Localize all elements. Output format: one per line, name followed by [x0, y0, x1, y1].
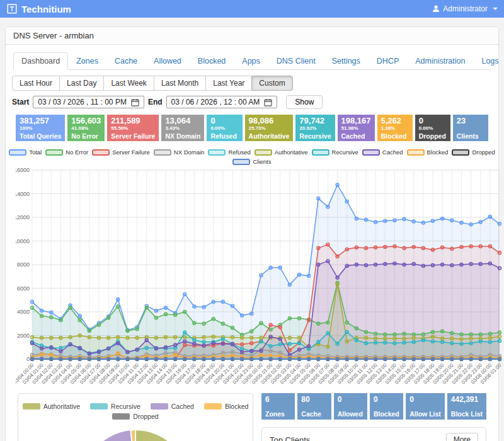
tab-dashboard[interactable]: Dashboard [13, 52, 68, 70]
stat-card-no-error: 156,60341.08%No Error [67, 115, 105, 141]
top-navbar: Technitium Administrator [0, 0, 504, 18]
range-button-last-week[interactable]: Last Week [103, 76, 154, 91]
stat-label: NX Domain [165, 133, 200, 140]
legend-item-blocked[interactable]: Blocked [407, 149, 449, 156]
legend-label: Total [29, 149, 42, 156]
tab-zones[interactable]: Zones [68, 52, 106, 70]
stat-card-nx-domain: 13,0643.43%NX Domain [161, 115, 204, 141]
legend-item-refused[interactable]: Refused [208, 149, 250, 156]
calendar-icon [131, 98, 139, 106]
server-stat-value: 6 [265, 396, 291, 403]
pie-legend-item-recursive[interactable]: Recursive [90, 403, 140, 410]
range-button-custom[interactable]: Custom [251, 76, 292, 91]
range-button-last-day[interactable]: Last Day [59, 76, 104, 91]
stat-label: Authoritative [249, 133, 290, 140]
stat-label: Clients [457, 133, 484, 140]
pie-legend-item-authoritative[interactable]: Authoritative [23, 403, 80, 410]
legend-item-nx-domain[interactable]: NX Domain [154, 149, 205, 156]
legend-item-cached[interactable]: Cached [362, 149, 403, 156]
show-button[interactable]: Show [286, 95, 323, 109]
svg-text:2000: 2000 [17, 333, 30, 339]
pie-slice-blocked [131, 430, 135, 441]
stat-label: Dropped [419, 133, 447, 140]
legend-item-dropped[interactable]: Dropped [452, 149, 495, 156]
legend-item-recursive[interactable]: Recursive [312, 149, 358, 156]
stat-value: 23 [457, 117, 484, 125]
user-icon [432, 5, 440, 13]
pie-legend-item-blocked[interactable]: Blocked [204, 403, 248, 410]
svg-text:6000: 6000 [17, 285, 30, 292]
stat-percent: 20.92% [299, 126, 331, 131]
stat-value: 156,603 [71, 117, 101, 125]
end-datetime-input[interactable]: 03 / 06 / 2026 , 12 : 00 AM [166, 96, 278, 108]
start-datetime-input[interactable]: 03 / 03 / 2026 , 11 : 00 PM [33, 96, 144, 108]
pie-chart-legend: AuthoritativeRecursiveCachedBlockedDropp… [18, 403, 253, 420]
pie-legend-label: Cached [171, 403, 194, 410]
legend-swatch [407, 149, 425, 156]
server-stat-label: Allowed [338, 411, 364, 418]
server-stat-card-zones: 6Zones [261, 393, 295, 420]
tab-cache[interactable]: Cache [106, 52, 146, 70]
stat-label: No Error [71, 133, 101, 140]
tab-apps[interactable]: Apps [234, 52, 268, 70]
stat-percent: 100% [20, 126, 61, 131]
tab-allowed[interactable]: Allowed [146, 52, 190, 70]
stat-percent: 0.00% [210, 126, 238, 131]
stat-label: Cached [341, 133, 371, 140]
brand-link[interactable]: Technitium [6, 3, 71, 14]
dashboard-controls: Last HourLast DayLast WeekLast MonthLast… [6, 70, 498, 441]
legend-item-no-error[interactable]: No Error [45, 149, 88, 156]
right-column: 6Zones80Cache0Allowed0Blocked0Allow List… [261, 393, 486, 441]
stat-percent: 25.73% [249, 126, 290, 131]
legend-item-total[interactable]: Total [9, 149, 42, 156]
stat-value: 0 [419, 117, 447, 125]
legend-swatch [154, 149, 171, 156]
pie-legend-label: Dropped [133, 413, 158, 420]
top-clients-header: Top Clients More [262, 428, 486, 441]
server-stat-card-cache: 80Cache [297, 393, 331, 420]
legend-swatch [255, 149, 272, 156]
top-clients-panel: Top Clients More [261, 427, 486, 441]
tab-administration[interactable]: Administration [407, 52, 473, 70]
top-clients-more-button[interactable]: More [446, 433, 478, 441]
legend-label: Authoritative [275, 149, 308, 156]
server-stats-row: 6Zones80Cache0Allowed0Blocked0Allow List… [261, 393, 486, 420]
pie-legend-label: Blocked [225, 403, 248, 410]
stat-percent: 3.43% [165, 126, 200, 131]
legend-swatch [362, 149, 380, 156]
stat-card-blocked: 5,2621.38%Blocked [377, 115, 413, 141]
stat-label: Refused [210, 133, 238, 140]
stat-value: 5,262 [381, 117, 409, 125]
svg-text:0: 0 [26, 356, 30, 362]
legend-item-authoritative[interactable]: Authoritative [255, 149, 308, 156]
legend-item-clients[interactable]: Clients [232, 158, 271, 165]
pie-legend-label: Authoritative [43, 403, 80, 410]
range-button-last-month[interactable]: Last Month [154, 76, 206, 91]
stat-value: 198,167 [341, 117, 371, 125]
server-stat-label: Zones [265, 411, 291, 418]
tab-logs[interactable]: Logs [473, 52, 504, 70]
stat-value: 211,589 [111, 117, 155, 125]
legend-label: NX Domain [174, 149, 205, 156]
pie-legend-item-cached[interactable]: Cached [151, 403, 194, 410]
svg-text:14000: 14000 [16, 191, 30, 197]
user-menu[interactable]: Administrator [432, 4, 498, 13]
server-stat-value: 0 [374, 396, 399, 403]
stat-label: Total Queries [20, 133, 61, 140]
tab-dns-client[interactable]: DNS Client [268, 52, 324, 70]
server-stat-value: 80 [301, 396, 327, 403]
stat-percent: 41.08% [71, 126, 101, 131]
stat-value: 13,064 [165, 117, 200, 125]
range-button-last-year[interactable]: Last Year [205, 76, 252, 91]
tab-dhcp[interactable]: DHCP [369, 52, 407, 70]
legend-label: Cached [382, 149, 403, 156]
pie-legend-item-dropped[interactable]: Dropped [112, 413, 158, 420]
stat-card-recursive: 79,74220.92%Recursive [295, 115, 335, 141]
tab-settings[interactable]: Settings [324, 52, 369, 70]
brand-label: Technitium [21, 4, 71, 14]
tab-blocked[interactable]: Blocked [190, 52, 234, 70]
legend-item-server-failure[interactable]: Server Failure [92, 149, 150, 156]
range-button-last-hour[interactable]: Last Hour [12, 76, 60, 91]
query-type-chart-card: AuthoritativeRecursiveCachedBlockedDropp… [18, 393, 253, 441]
legend-label: Blocked [427, 149, 449, 156]
